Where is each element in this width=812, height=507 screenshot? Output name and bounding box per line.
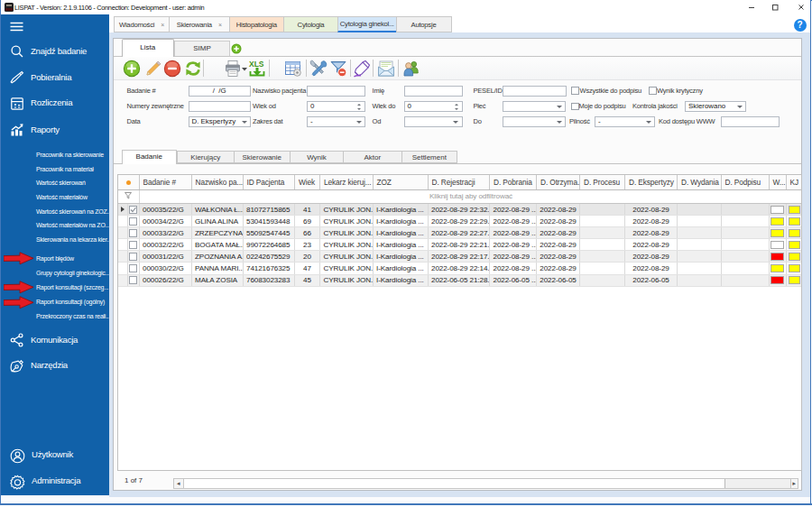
svg-text:XLS: XLS [249, 60, 264, 69]
